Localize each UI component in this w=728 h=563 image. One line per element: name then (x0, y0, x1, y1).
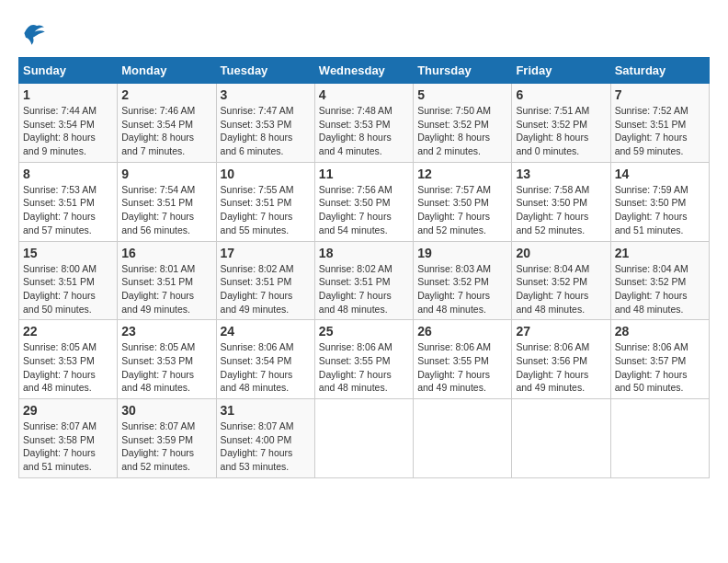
day-info: Sunrise: 7:53 AMSunset: 3:51 PMDaylight:… (23, 183, 113, 237)
day-number: 21 (615, 246, 705, 260)
calendar-cell: 2Sunrise: 7:46 AMSunset: 3:54 PMDaylight… (118, 84, 216, 163)
day-number: 5 (417, 87, 507, 102)
day-info: Sunrise: 8:07 AMSunset: 3:58 PMDaylight:… (23, 419, 113, 474)
calendar-cell: 30Sunrise: 8:07 AMSunset: 3:59 PMDayligh… (118, 399, 216, 478)
day-number: 19 (417, 246, 507, 260)
day-info: Sunrise: 8:07 AMSunset: 3:59 PMDaylight:… (121, 419, 211, 474)
day-info: Sunrise: 7:51 AMSunset: 3:52 PMDaylight:… (516, 104, 606, 158)
calendar-cell: 10Sunrise: 7:55 AMSunset: 3:51 PMDayligh… (216, 162, 314, 241)
calendar-cell: 16Sunrise: 8:01 AMSunset: 3:51 PMDayligh… (118, 241, 216, 320)
col-header-friday: Friday (512, 58, 610, 84)
day-number: 13 (516, 167, 606, 181)
calendar-cell: 19Sunrise: 8:03 AMSunset: 3:52 PMDayligh… (414, 241, 512, 320)
calendar-cell: 24Sunrise: 8:06 AMSunset: 3:54 PMDayligh… (216, 320, 314, 399)
calendar-cell: 15Sunrise: 8:00 AMSunset: 3:51 PMDayligh… (19, 241, 118, 320)
day-info: Sunrise: 7:54 AMSunset: 3:51 PMDaylight:… (121, 183, 211, 237)
calendar-week-1: 1Sunrise: 7:44 AMSunset: 3:54 PMDaylight… (19, 84, 710, 163)
calendar-cell: 31Sunrise: 8:07 AMSunset: 4:00 PMDayligh… (216, 399, 314, 478)
calendar-cell: 1Sunrise: 7:44 AMSunset: 3:54 PMDaylight… (19, 84, 118, 163)
calendar-cell: 21Sunrise: 8:04 AMSunset: 3:52 PMDayligh… (610, 241, 709, 320)
day-info: Sunrise: 7:59 AMSunset: 3:50 PMDaylight:… (615, 183, 705, 237)
col-header-monday: Monday (118, 58, 216, 84)
calendar-cell: 17Sunrise: 8:02 AMSunset: 3:51 PMDayligh… (216, 241, 314, 320)
calendar-week-5: 29Sunrise: 8:07 AMSunset: 3:58 PMDayligh… (19, 399, 710, 478)
day-number: 28 (615, 324, 705, 339)
calendar-cell: 22Sunrise: 8:05 AMSunset: 3:53 PMDayligh… (19, 320, 118, 399)
day-number: 1 (23, 87, 113, 102)
day-number: 9 (121, 167, 211, 181)
calendar-cell: 11Sunrise: 7:56 AMSunset: 3:50 PMDayligh… (314, 162, 413, 241)
calendar-cell: 28Sunrise: 8:06 AMSunset: 3:57 PMDayligh… (610, 320, 709, 399)
col-header-saturday: Saturday (610, 58, 709, 84)
calendar-cell: 7Sunrise: 7:52 AMSunset: 3:51 PMDaylight… (610, 84, 709, 163)
day-number: 10 (221, 167, 311, 181)
col-header-wednesday: Wednesday (314, 58, 413, 84)
day-info: Sunrise: 7:47 AMSunset: 3:53 PMDaylight:… (221, 104, 311, 158)
day-number: 4 (319, 87, 409, 102)
day-info: Sunrise: 7:58 AMSunset: 3:50 PMDaylight:… (516, 183, 606, 237)
calendar-cell: 6Sunrise: 7:51 AMSunset: 3:52 PMDaylight… (512, 84, 610, 163)
day-number: 7 (615, 87, 705, 102)
calendar-cell: 5Sunrise: 7:50 AMSunset: 3:52 PMDaylight… (414, 84, 512, 163)
day-number: 12 (417, 167, 507, 181)
calendar-cell: 14Sunrise: 7:59 AMSunset: 3:50 PMDayligh… (610, 162, 709, 241)
calendar-header-row: SundayMondayTuesdayWednesdayThursdayFrid… (19, 58, 710, 84)
day-number: 22 (23, 324, 113, 339)
logo (18, 18, 51, 48)
day-number: 29 (23, 403, 113, 418)
day-number: 27 (516, 324, 606, 339)
day-info: Sunrise: 8:06 AMSunset: 3:55 PMDaylight:… (319, 340, 409, 395)
day-info: Sunrise: 8:01 AMSunset: 3:51 PMDaylight:… (121, 262, 211, 316)
day-number: 23 (121, 324, 211, 339)
day-info: Sunrise: 8:00 AMSunset: 3:51 PMDaylight:… (23, 262, 113, 316)
day-info: Sunrise: 7:56 AMSunset: 3:50 PMDaylight:… (319, 183, 409, 237)
calendar-cell: 9Sunrise: 7:54 AMSunset: 3:51 PMDaylight… (118, 162, 216, 241)
col-header-sunday: Sunday (19, 58, 118, 84)
calendar-week-2: 8Sunrise: 7:53 AMSunset: 3:51 PMDaylight… (19, 162, 710, 241)
day-number: 31 (221, 403, 311, 418)
day-info: Sunrise: 7:52 AMSunset: 3:51 PMDaylight:… (615, 104, 705, 158)
calendar-cell: 25Sunrise: 8:06 AMSunset: 3:55 PMDayligh… (314, 320, 413, 399)
day-number: 6 (516, 87, 606, 102)
day-info: Sunrise: 7:50 AMSunset: 3:52 PMDaylight:… (417, 104, 507, 158)
calendar-cell: 27Sunrise: 8:06 AMSunset: 3:56 PMDayligh… (512, 320, 610, 399)
calendar-week-4: 22Sunrise: 8:05 AMSunset: 3:53 PMDayligh… (19, 320, 710, 399)
day-info: Sunrise: 7:48 AMSunset: 3:53 PMDaylight:… (319, 104, 409, 158)
day-info: Sunrise: 8:02 AMSunset: 3:51 PMDaylight:… (319, 262, 409, 316)
day-number: 14 (615, 167, 705, 181)
logo-icon (18, 18, 48, 48)
day-info: Sunrise: 8:06 AMSunset: 3:57 PMDaylight:… (615, 340, 705, 395)
day-info: Sunrise: 7:44 AMSunset: 3:54 PMDaylight:… (23, 104, 113, 158)
day-info: Sunrise: 7:55 AMSunset: 3:51 PMDaylight:… (221, 183, 311, 237)
calendar-cell: 29Sunrise: 8:07 AMSunset: 3:58 PMDayligh… (19, 399, 118, 478)
col-header-thursday: Thursday (414, 58, 512, 84)
calendar-week-3: 15Sunrise: 8:00 AMSunset: 3:51 PMDayligh… (19, 241, 710, 320)
day-number: 24 (221, 324, 311, 339)
day-info: Sunrise: 7:57 AMSunset: 3:50 PMDaylight:… (417, 183, 507, 237)
day-number: 17 (221, 246, 311, 260)
day-number: 20 (516, 246, 606, 260)
day-info: Sunrise: 8:05 AMSunset: 3:53 PMDaylight:… (121, 340, 211, 395)
day-info: Sunrise: 8:06 AMSunset: 3:55 PMDaylight:… (417, 340, 507, 395)
day-info: Sunrise: 8:05 AMSunset: 3:53 PMDaylight:… (23, 340, 113, 395)
calendar-cell (314, 399, 413, 478)
day-info: Sunrise: 7:46 AMSunset: 3:54 PMDaylight:… (121, 104, 211, 158)
calendar-cell: 4Sunrise: 7:48 AMSunset: 3:53 PMDaylight… (314, 84, 413, 163)
day-number: 26 (417, 324, 507, 339)
day-number: 3 (221, 87, 311, 102)
day-info: Sunrise: 8:06 AMSunset: 3:54 PMDaylight:… (221, 340, 311, 395)
day-number: 25 (319, 324, 409, 339)
day-number: 2 (121, 87, 211, 102)
day-number: 15 (23, 246, 113, 260)
calendar-cell (610, 399, 709, 478)
page-header (18, 18, 710, 48)
calendar-table: SundayMondayTuesdayWednesdayThursdayFrid… (18, 57, 710, 478)
calendar-cell: 8Sunrise: 7:53 AMSunset: 3:51 PMDaylight… (19, 162, 118, 241)
calendar-cell: 18Sunrise: 8:02 AMSunset: 3:51 PMDayligh… (314, 241, 413, 320)
day-number: 30 (121, 403, 211, 418)
calendar-cell: 3Sunrise: 7:47 AMSunset: 3:53 PMDaylight… (216, 84, 314, 163)
day-info: Sunrise: 8:02 AMSunset: 3:51 PMDaylight:… (221, 262, 311, 316)
day-info: Sunrise: 8:07 AMSunset: 4:00 PMDaylight:… (221, 419, 311, 474)
calendar-cell: 23Sunrise: 8:05 AMSunset: 3:53 PMDayligh… (118, 320, 216, 399)
calendar-cell: 26Sunrise: 8:06 AMSunset: 3:55 PMDayligh… (414, 320, 512, 399)
